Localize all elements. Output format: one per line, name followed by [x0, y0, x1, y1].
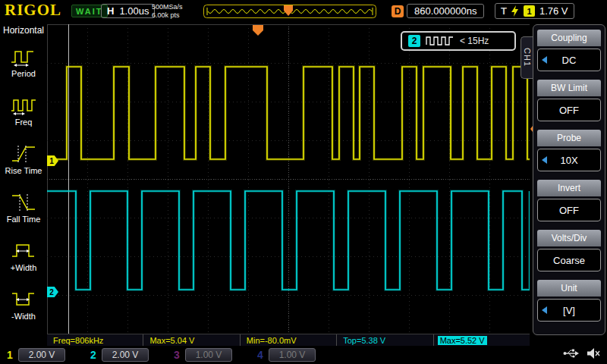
speaker-mute-icon: [587, 348, 601, 359]
delay-label-chip: D: [392, 5, 404, 17]
channel-number: 4: [255, 349, 266, 361]
measurement-value: Max=5.52 V: [438, 336, 487, 345]
sidebar-item-rise-time[interactable]: Rise Time: [0, 135, 47, 184]
horizontal-position-indicator: [203, 5, 376, 18]
channel-scale: 1.00 V: [269, 348, 316, 362]
measurement-slot[interactable]: Min=-80.0mV: [241, 334, 337, 346]
pulse-train-icon: [426, 36, 454, 46]
oscilloscope-screen: RIGOL WAIT H 1.00us 500MSa/s 6.00k pts D…: [0, 0, 607, 364]
sidebar-item-label: +Width: [11, 263, 37, 272]
minus-width-icon: [11, 290, 36, 309]
measurement-value: Min=-80.0mV: [244, 336, 299, 345]
sidebar-item-fall-time[interactable]: Fall Time: [0, 184, 47, 232]
status-icons: [563, 348, 601, 359]
channel-scale: 2.00 V: [102, 348, 149, 362]
menu-item-unit[interactable]: Unit [V]: [537, 280, 601, 322]
plus-width-icon: [11, 241, 36, 261]
menu-item-label: Invert: [537, 180, 601, 196]
menu-item-value: [V]: [563, 305, 575, 316]
channel-box-2[interactable]: 2 2.00 V: [88, 347, 149, 362]
freq-counter-value: < 15Hz: [460, 36, 489, 46]
panel-tab-ch1[interactable]: CH1: [521, 36, 533, 79]
sidebar-item-label: Period: [11, 69, 36, 78]
waveform-display-area: 1 2 T 2 < 15Hz: [47, 24, 530, 334]
usb-icon: [563, 348, 580, 359]
measurement-value: Freq=806kHz: [51, 336, 105, 345]
channel-status-bar: 1 2.00 V 2 2.00 V 3 1.00 V 4 1.00 V: [0, 346, 607, 364]
horizontal-measure-sidebar: Horizontal Period Freq Rise Time: [0, 23, 47, 334]
menu-item-bw-limit[interactable]: BW Limit OFF: [537, 80, 601, 121]
channel-scale: 1.00 V: [185, 348, 232, 362]
acquisition-info: 500MSa/s 6.00k pts: [152, 3, 183, 20]
menu-item-probe[interactable]: Probe 10X: [537, 130, 601, 171]
option-arrow-icon: [542, 306, 547, 314]
menu-item-value: 10X: [560, 155, 577, 166]
menu-item-coupling[interactable]: Coupling DC: [537, 30, 601, 71]
trigger-status-box: T 1 1.76 V: [495, 3, 574, 19]
sidebar-item-period[interactable]: Period: [0, 38, 47, 86]
trigger-position-pin: [284, 5, 293, 16]
trigger-source-chip: 1: [524, 5, 535, 17]
freq-counter-channel-chip: 2: [408, 35, 420, 47]
menu-item-value: Coarse: [553, 255, 585, 266]
waveform-grid: [47, 24, 530, 334]
sidebar-item-label: -Width: [11, 312, 36, 321]
measurement-slot[interactable]: Freq=806kHz: [47, 334, 143, 346]
option-arrow-icon: [542, 56, 547, 64]
timebase-value: 1.00us: [119, 5, 149, 17]
measurement-slot[interactable]: Max=5.52 V: [434, 334, 530, 346]
lightning-icon: [511, 5, 519, 17]
sidebar-item-label: Fall Time: [7, 215, 41, 224]
channel-number: 1: [5, 349, 15, 361]
period-icon: [11, 47, 36, 67]
memory-depth-value: 6.00k pts: [152, 11, 183, 20]
menu-item-value: OFF: [559, 105, 579, 116]
measurement-slot[interactable]: Top=5.38 V: [337, 334, 433, 346]
menu-item-value: DC: [562, 55, 577, 66]
horizontal-label: H: [107, 5, 114, 17]
sidebar-title: Horizontal: [0, 23, 47, 38]
freq-icon: [11, 96, 36, 115]
sidebar-item-minus-width[interactable]: -Width: [0, 281, 47, 329]
rise-time-icon: [11, 144, 36, 164]
menu-item-label: Unit: [537, 280, 601, 297]
menu-item-label: Probe: [537, 130, 601, 146]
sidebar-item-plus-width[interactable]: +Width: [0, 232, 47, 281]
sidebar-item-label: Rise Time: [5, 166, 42, 175]
channel-scale: 2.00 V: [18, 348, 65, 362]
fall-time-icon: [11, 193, 36, 212]
horizontal-status-box: H 1.00us: [101, 4, 155, 18]
delay-value-box: 860.000000ns: [407, 4, 484, 18]
sine-wave-icon: [203, 5, 376, 18]
menu-item-volts-div[interactable]: Volts/Div Coarse: [537, 230, 601, 271]
measurement-value: Max=5.04 V: [147, 336, 197, 345]
measurement-bar: Freq=806kHz Max=5.04 V Min=-80.0mV Top=5…: [47, 334, 530, 346]
channel-box-1[interactable]: 1 2.00 V: [5, 347, 65, 362]
freq-counter-popup: 2 < 15Hz: [401, 31, 516, 51]
channel-number: 2: [88, 349, 99, 361]
trigger-level-value: 1.76 V: [539, 5, 568, 17]
measurement-slot[interactable]: Max=5.04 V: [143, 334, 240, 346]
sidebar-item-label: Freq: [15, 118, 33, 127]
rigol-logo: RIGOL: [5, 1, 61, 20]
channel-number: 3: [171, 349, 182, 361]
trigger-position-marker: [253, 25, 263, 36]
menu-item-value: OFF: [559, 205, 579, 216]
channel-box-4[interactable]: 4 1.00 V: [255, 347, 316, 362]
menu-item-invert[interactable]: Invert OFF: [537, 180, 601, 221]
measurement-value: Top=5.38 V: [341, 336, 388, 345]
option-arrow-icon: [542, 156, 547, 164]
menu-item-label: Coupling: [537, 30, 601, 46]
menu-item-label: Volts/Div: [537, 230, 601, 246]
sidebar-item-freq[interactable]: Freq: [0, 86, 47, 135]
trigger-label: T: [501, 5, 507, 17]
sample-rate-value: 500MSa/s: [152, 3, 183, 11]
menu-item-label: BW Limit: [537, 80, 601, 96]
channel-menu-panel: Coupling DC BW Limit OFF Probe 10X Inver…: [533, 24, 605, 335]
channel-box-3[interactable]: 3 1.00 V: [171, 347, 232, 362]
